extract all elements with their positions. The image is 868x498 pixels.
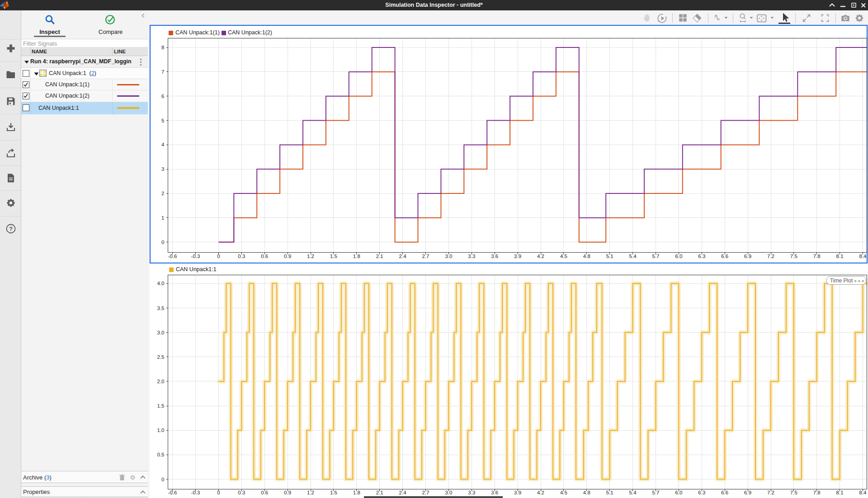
svg-text:0: 0 [161,477,164,482]
svg-text:0.5: 0.5 [157,452,165,457]
svg-text:2.5: 2.5 [157,354,165,360]
svg-text:1.2: 1.2 [307,490,314,495]
svg-text:1.0: 1.0 [157,428,165,433]
svg-text:0.6: 0.6 [261,490,268,495]
svg-text:5.1: 5.1 [606,490,613,495]
svg-text:1.5: 1.5 [157,403,165,409]
svg-text:5.7: 5.7 [652,490,660,495]
svg-text:0.9: 0.9 [284,490,291,495]
svg-text:-0.6: -0.6 [168,490,177,495]
svg-text:6.6: 6.6 [721,490,728,495]
svg-text:4.8: 4.8 [583,490,590,495]
svg-text:4.5: 4.5 [560,490,567,495]
svg-text:3.3: 3.3 [468,490,475,495]
svg-text:3.5: 3.5 [157,305,165,311]
svg-text:8.1: 8.1 [836,490,844,495]
svg-text:0: 0 [217,490,220,495]
svg-text:2.0: 2.0 [157,379,165,384]
svg-text:8.4: 8.4 [859,490,867,495]
svg-text:7.5: 7.5 [790,490,797,495]
svg-text:2.7: 2.7 [422,490,429,495]
svg-text:3.0: 3.0 [157,330,165,335]
svg-text:3.0: 3.0 [445,490,452,495]
svg-text:-0.3: -0.3 [191,490,200,495]
svg-text:6.9: 6.9 [744,490,751,495]
svg-text:2.1: 2.1 [376,490,383,495]
svg-text:4.0: 4.0 [157,281,165,286]
svg-text:1.8: 1.8 [353,490,360,495]
svg-text:7.2: 7.2 [767,490,774,495]
svg-text:4.2: 4.2 [537,490,544,495]
svg-text:3.6: 3.6 [491,490,498,495]
svg-text:0.3: 0.3 [238,490,245,495]
svg-text:6.3: 6.3 [698,490,705,495]
svg-text:6.0: 6.0 [675,490,682,495]
svg-text:2.4: 2.4 [399,490,407,495]
svg-text:1.5: 1.5 [330,490,337,495]
svg-text:5.4: 5.4 [629,490,637,495]
svg-text:3.9: 3.9 [514,490,521,495]
svg-text:7.8: 7.8 [813,490,821,495]
